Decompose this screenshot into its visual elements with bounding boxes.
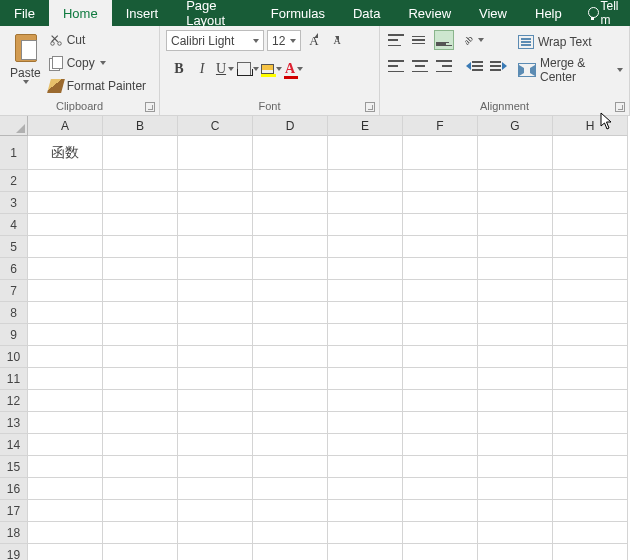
orientation-button[interactable]: [464, 30, 484, 50]
align-center-button[interactable]: [410, 56, 430, 76]
column-header-E[interactable]: E: [328, 116, 403, 136]
cell-E3[interactable]: [328, 192, 403, 214]
cell-B2[interactable]: [103, 170, 178, 192]
cell-H3[interactable]: [553, 192, 628, 214]
cell-C9[interactable]: [178, 324, 253, 346]
cell-E1[interactable]: [328, 136, 403, 170]
decrease-font-button[interactable]: A: [327, 31, 347, 51]
cell-C13[interactable]: [178, 412, 253, 434]
cell-G10[interactable]: [478, 346, 553, 368]
cell-H19[interactable]: [553, 544, 628, 560]
row-header-18[interactable]: 18: [0, 522, 28, 544]
cell-G12[interactable]: [478, 390, 553, 412]
cell-F16[interactable]: [403, 478, 478, 500]
tab-page-layout[interactable]: Page Layout: [172, 0, 257, 26]
cell-B1[interactable]: [103, 136, 178, 170]
cell-G9[interactable]: [478, 324, 553, 346]
font-color-button[interactable]: A: [283, 59, 305, 79]
column-header-A[interactable]: A: [28, 116, 103, 136]
cell-D17[interactable]: [253, 500, 328, 522]
cell-E12[interactable]: [328, 390, 403, 412]
cell-F1[interactable]: [403, 136, 478, 170]
cell-A7[interactable]: [28, 280, 103, 302]
cell-A5[interactable]: [28, 236, 103, 258]
cell-C19[interactable]: [178, 544, 253, 560]
cell-E18[interactable]: [328, 522, 403, 544]
cell-G11[interactable]: [478, 368, 553, 390]
cell-B12[interactable]: [103, 390, 178, 412]
cell-C10[interactable]: [178, 346, 253, 368]
cell-A1[interactable]: 函数: [28, 136, 103, 170]
cell-G3[interactable]: [478, 192, 553, 214]
cell-D15[interactable]: [253, 456, 328, 478]
cell-A15[interactable]: [28, 456, 103, 478]
column-header-G[interactable]: G: [478, 116, 553, 136]
cell-D11[interactable]: [253, 368, 328, 390]
align-right-button[interactable]: [434, 56, 454, 76]
tab-home[interactable]: Home: [49, 0, 112, 26]
cell-C15[interactable]: [178, 456, 253, 478]
column-header-F[interactable]: F: [403, 116, 478, 136]
cell-C6[interactable]: [178, 258, 253, 280]
cell-C5[interactable]: [178, 236, 253, 258]
font-name-select[interactable]: Calibri Light: [166, 30, 264, 51]
cell-H13[interactable]: [553, 412, 628, 434]
row-header-17[interactable]: 17: [0, 500, 28, 522]
row-header-12[interactable]: 12: [0, 390, 28, 412]
spreadsheet-grid[interactable]: ABCDEFGH1函数2345678910111213141516171819: [0, 116, 628, 560]
cut-button[interactable]: Cut: [49, 30, 146, 50]
cell-E7[interactable]: [328, 280, 403, 302]
cell-F3[interactable]: [403, 192, 478, 214]
cell-C12[interactable]: [178, 390, 253, 412]
cell-H9[interactable]: [553, 324, 628, 346]
cell-H8[interactable]: [553, 302, 628, 324]
cell-C14[interactable]: [178, 434, 253, 456]
increase-font-button[interactable]: A: [304, 31, 324, 51]
cell-G14[interactable]: [478, 434, 553, 456]
cell-B5[interactable]: [103, 236, 178, 258]
dialog-launcher-icon[interactable]: [365, 102, 375, 112]
cell-B19[interactable]: [103, 544, 178, 560]
cell-C18[interactable]: [178, 522, 253, 544]
cell-E16[interactable]: [328, 478, 403, 500]
cell-E4[interactable]: [328, 214, 403, 236]
cell-F9[interactable]: [403, 324, 478, 346]
cell-G7[interactable]: [478, 280, 553, 302]
cell-A17[interactable]: [28, 500, 103, 522]
cell-B17[interactable]: [103, 500, 178, 522]
cell-H7[interactable]: [553, 280, 628, 302]
cell-F19[interactable]: [403, 544, 478, 560]
row-header-10[interactable]: 10: [0, 346, 28, 368]
cell-F10[interactable]: [403, 346, 478, 368]
cell-G5[interactable]: [478, 236, 553, 258]
cell-D2[interactable]: [253, 170, 328, 192]
row-header-13[interactable]: 13: [0, 412, 28, 434]
row-header-14[interactable]: 14: [0, 434, 28, 456]
cell-H4[interactable]: [553, 214, 628, 236]
cell-D14[interactable]: [253, 434, 328, 456]
dialog-launcher-icon[interactable]: [145, 102, 155, 112]
cell-D10[interactable]: [253, 346, 328, 368]
cell-H10[interactable]: [553, 346, 628, 368]
cell-H1[interactable]: [553, 136, 628, 170]
row-header-1[interactable]: 1: [0, 136, 28, 170]
cell-A9[interactable]: [28, 324, 103, 346]
cell-F6[interactable]: [403, 258, 478, 280]
merge-center-button[interactable]: Merge & Center: [518, 60, 623, 80]
cell-B18[interactable]: [103, 522, 178, 544]
cell-H5[interactable]: [553, 236, 628, 258]
cell-D9[interactable]: [253, 324, 328, 346]
cell-G2[interactable]: [478, 170, 553, 192]
cell-H12[interactable]: [553, 390, 628, 412]
cell-F11[interactable]: [403, 368, 478, 390]
cell-D16[interactable]: [253, 478, 328, 500]
cell-A16[interactable]: [28, 478, 103, 500]
cell-E15[interactable]: [328, 456, 403, 478]
paste-button[interactable]: Paste: [6, 30, 45, 86]
decrease-indent-button[interactable]: [464, 56, 484, 76]
cell-A2[interactable]: [28, 170, 103, 192]
cell-B6[interactable]: [103, 258, 178, 280]
cell-D3[interactable]: [253, 192, 328, 214]
underline-button[interactable]: U: [214, 59, 236, 79]
cell-C7[interactable]: [178, 280, 253, 302]
